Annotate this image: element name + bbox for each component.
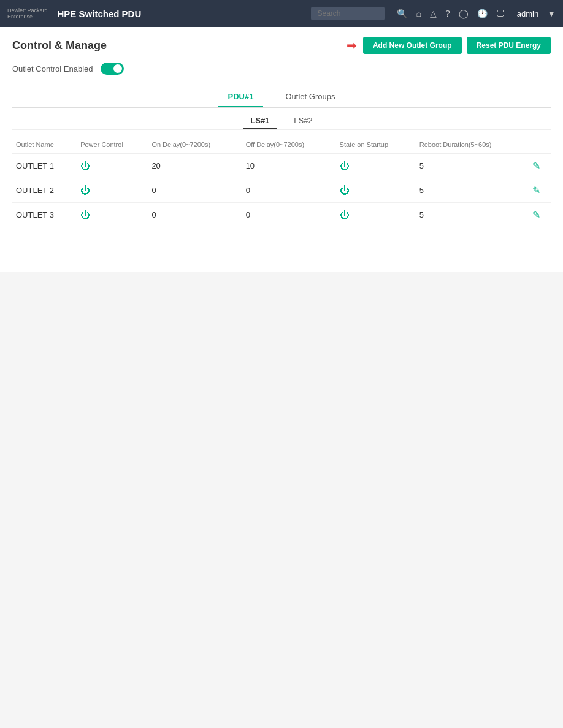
tabs-row: PDU#1 Outlet Groups	[12, 87, 551, 108]
tab-pdu1[interactable]: PDU#1	[218, 87, 264, 107]
top-navbar: Hewlett Packard Enterprise HPE Switched …	[0, 0, 563, 27]
outlet-control-toggle[interactable]	[101, 63, 124, 75]
power-icon[interactable]: ⏻	[80, 210, 90, 220]
state-startup[interactable]: ⏻	[336, 154, 416, 178]
nav-icons: 🔍 ⌂ △ ? ◯ 🕐 🖵 admin ▼	[397, 9, 556, 18]
state-startup[interactable]: ⏻	[336, 203, 416, 227]
on-delay: 0	[148, 203, 242, 227]
edit-icon[interactable]: ✎	[532, 161, 540, 171]
on-delay: 20	[148, 154, 242, 178]
col-on-delay: On Delay(0~7200s)	[148, 136, 242, 154]
brand-top: Hewlett Packard	[7, 7, 48, 13]
outlet-name: OUTLET 1	[12, 154, 77, 178]
off-delay: 0	[242, 203, 336, 227]
table-row: OUTLET 1 ⏻ 20 10 ⏻ 5 ✎	[12, 154, 551, 178]
search-icon[interactable]: 🔍	[397, 9, 407, 18]
off-delay: 10	[242, 154, 336, 178]
col-reboot-duration: Reboot Duration(5~60s)	[416, 136, 529, 154]
reset-pdu-button[interactable]: Reset PDU Energy	[467, 37, 551, 54]
state-icon[interactable]: ⏻	[340, 161, 350, 171]
app-title: HPE Switched PDU	[58, 9, 142, 19]
main-area: Control & Manage ➡ Add New Outlet Group …	[0, 27, 563, 272]
alert-icon[interactable]: △	[430, 9, 437, 18]
edit-icon[interactable]: ✎	[532, 185, 540, 195]
off-delay: 0	[242, 178, 336, 203]
edit-action[interactable]: ✎	[529, 203, 551, 227]
power-control[interactable]: ⏻	[77, 203, 148, 227]
page-header: Control & Manage ➡ Add New Outlet Group …	[12, 37, 551, 54]
sub-tab-ls1[interactable]: LS#1	[243, 113, 277, 129]
outlet-control-row: Outlet Control Enabled	[12, 63, 551, 75]
outlet-control-label: Outlet Control Enabled	[12, 64, 93, 74]
admin-label[interactable]: admin	[517, 9, 538, 18]
search-input[interactable]	[311, 7, 385, 20]
power-control[interactable]: ⏻	[77, 154, 148, 178]
globe-icon[interactable]: ◯	[459, 9, 469, 18]
power-icon[interactable]: ⏻	[80, 161, 90, 171]
col-state-startup: State on Startup	[336, 136, 416, 154]
table-row: OUTLET 2 ⏻ 0 0 ⏻ 5 ✎	[12, 178, 551, 203]
page-title: Control & Manage	[12, 39, 347, 52]
edit-action[interactable]: ✎	[529, 178, 551, 203]
state-startup[interactable]: ⏻	[336, 178, 416, 203]
tab-outlet-groups[interactable]: Outlet Groups	[275, 87, 345, 107]
arrow-icon: ➡	[347, 38, 357, 53]
modal-container: manualshive.com Hewlett Packard Enterpri…	[0, 272, 563, 505]
reboot-duration: 5	[416, 203, 529, 227]
home-icon[interactable]: ⌂	[416, 9, 421, 18]
chevron-down-icon[interactable]: ▼	[547, 9, 556, 18]
edit-icon[interactable]: ✎	[532, 210, 540, 220]
col-outlet-name: Outlet Name	[12, 136, 77, 154]
edit-action[interactable]: ✎	[529, 154, 551, 178]
power-icon[interactable]: ⏻	[80, 185, 90, 195]
brand-bottom: Enterprise	[7, 13, 48, 20]
outlet-table: Outlet Name Power Control On Delay(0~720…	[12, 136, 551, 227]
reboot-duration: 5	[416, 178, 529, 203]
brand-logo: Hewlett Packard Enterprise	[7, 7, 48, 20]
sub-tabs-row: LS#1 LS#2	[12, 113, 551, 130]
sub-tab-ls2[interactable]: LS#2	[286, 113, 320, 129]
add-outlet-group-button[interactable]: Add New Outlet Group	[363, 37, 462, 54]
state-icon[interactable]: ⏻	[340, 185, 350, 195]
clock-icon[interactable]: 🕐	[477, 9, 488, 18]
monitor-icon[interactable]: 🖵	[496, 9, 505, 18]
power-control[interactable]: ⏻	[77, 178, 148, 203]
outlet-name: OUTLET 3	[12, 203, 77, 227]
on-delay: 0	[148, 178, 242, 203]
table-row: OUTLET 3 ⏻ 0 0 ⏻ 5 ✎	[12, 203, 551, 227]
col-off-delay: Off Delay(0~7200s)	[242, 136, 336, 154]
reboot-duration: 5	[416, 154, 529, 178]
col-power-control: Power Control	[77, 136, 148, 154]
help-icon[interactable]: ?	[445, 9, 450, 18]
state-icon[interactable]: ⏻	[340, 210, 350, 220]
outlet-name: OUTLET 2	[12, 178, 77, 203]
col-actions	[529, 136, 551, 154]
